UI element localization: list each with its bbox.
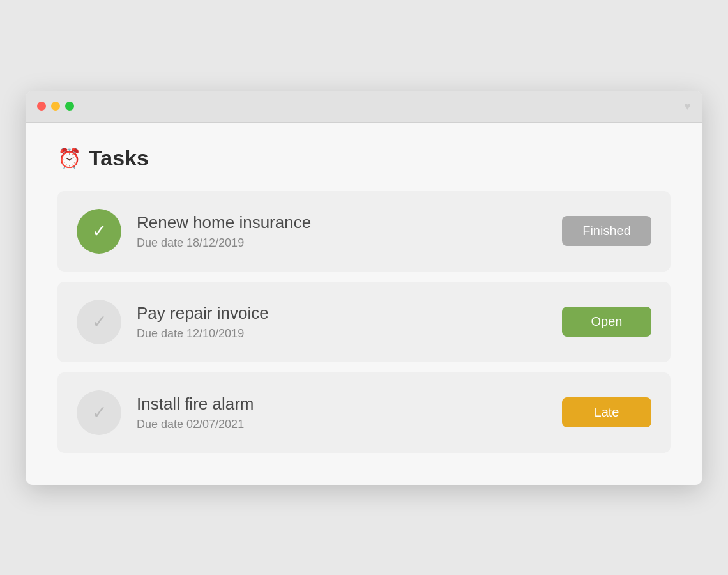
task-due-date: Due date 02/07/2021: [137, 418, 547, 431]
status-badge[interactable]: Finished: [562, 216, 651, 246]
status-badge[interactable]: Open: [562, 307, 651, 337]
minimize-button[interactable]: [51, 102, 60, 111]
checkmark-icon: ✓: [92, 220, 107, 241]
task-row[interactable]: ✓ Renew home insurance Due date 18/12/20…: [57, 191, 671, 272]
task-row[interactable]: ✓ Install fire alarm Due date 02/07/2021…: [57, 372, 671, 453]
task-info: Renew home insurance Due date 18/12/2019: [137, 213, 547, 250]
task-status-icon: ✓: [77, 300, 121, 344]
task-due-date: Due date 12/10/2019: [137, 327, 547, 341]
task-due-date: Due date 18/12/2019: [137, 236, 547, 250]
checkmark-icon: ✓: [92, 402, 107, 423]
status-badge[interactable]: Late: [562, 397, 651, 427]
task-list: ✓ Renew home insurance Due date 18/12/20…: [57, 191, 671, 453]
checkmark-icon: ✓: [92, 311, 107, 332]
maximize-button[interactable]: [65, 102, 74, 111]
main-content: ⏰ Tasks ✓ Renew home insurance Due date …: [26, 123, 702, 485]
app-window: ♥ ⏰ Tasks ✓ Renew home insurance Due dat…: [26, 91, 702, 485]
task-name: Renew home insurance: [137, 213, 547, 233]
task-status-icon: ✓: [77, 390, 121, 435]
page-title: Tasks: [89, 146, 149, 171]
task-row[interactable]: ✓ Pay repair invoice Due date 12/10/2019…: [57, 282, 671, 362]
heart-icon: ♥: [684, 100, 691, 113]
task-info: Pay repair invoice Due date 12/10/2019: [137, 303, 547, 341]
traffic-lights: [37, 102, 74, 111]
page-header: ⏰ Tasks: [57, 146, 671, 171]
task-name: Pay repair invoice: [137, 303, 547, 323]
task-status-icon: ✓: [77, 209, 121, 254]
task-info: Install fire alarm Due date 02/07/2021: [137, 394, 547, 431]
alarm-icon: ⏰: [57, 147, 81, 169]
task-name: Install fire alarm: [137, 394, 547, 414]
close-button[interactable]: [37, 102, 46, 111]
titlebar: ♥: [26, 91, 702, 123]
